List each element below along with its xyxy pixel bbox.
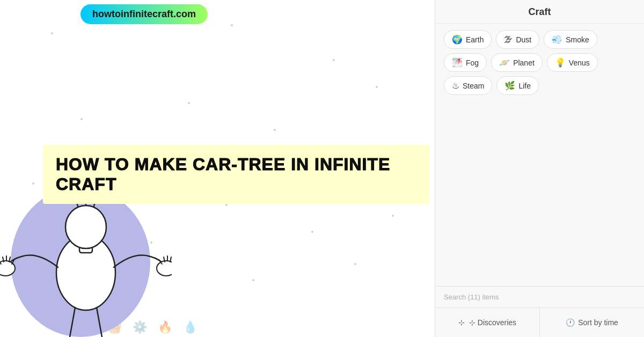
decoration-dot: [80, 118, 83, 120]
clock-icon: 🕐: [566, 318, 575, 327]
ingredients-grid: 🌍 Earth 🌫 Dust 💨 Smoke 🌁 Fog 🪐 Planet: [435, 24, 644, 101]
fog-icon: 🌁: [452, 57, 463, 68]
decoration-dot: [392, 215, 394, 217]
page-title: HOW TO MAKE CAR-TREE IN INFINITE CRAFT: [56, 155, 390, 194]
decoration-dot: [51, 32, 53, 34]
steam-icon: ♨: [452, 80, 459, 91]
decoration-dot: [333, 59, 335, 61]
discoveries-icon: ⊹: [458, 318, 465, 327]
life-label: Life: [518, 82, 531, 90]
ingredient-earth[interactable]: 🌍 Earth: [444, 30, 492, 49]
svg-line-18: [70, 307, 75, 337]
bottom-bar: ⊹ ⊹ Discoveries 🕐 Sort by time: [435, 307, 644, 337]
dust-label: Dust: [516, 35, 531, 44]
decoration-dot: [311, 231, 313, 233]
ingredient-fog[interactable]: 🌁 Fog: [444, 53, 487, 72]
earth-label: Earth: [466, 35, 484, 44]
planet-label: Planet: [513, 58, 535, 67]
ingredient-dust[interactable]: 🌫 Dust: [496, 30, 539, 49]
venus-icon: 💡: [555, 57, 566, 68]
ingredients-row-1: 🌍 Earth 🌫 Dust 💨 Smoke: [444, 30, 635, 49]
smoke-icon: 💨: [552, 34, 562, 45]
ingredient-smoke[interactable]: 💨 Smoke: [544, 30, 597, 49]
decoration-dot: [376, 86, 378, 88]
svg-point-2: [65, 206, 106, 248]
decoration-dot: [354, 263, 356, 265]
steam-label: Steam: [463, 82, 484, 90]
url-banner[interactable]: howtoinfinitecraft.com: [80, 4, 208, 24]
life-icon: 🌿: [504, 80, 515, 91]
discoveries-button[interactable]: ⊹ ⊹ Discoveries: [435, 308, 540, 337]
ingredient-steam[interactable]: ♨ Steam: [444, 76, 492, 95]
craft-header: Craft: [435, 0, 644, 24]
ingredient-life[interactable]: 🌿 Life: [496, 76, 539, 95]
sort-label: Sort by time: [578, 318, 618, 327]
decoration-dot: [274, 129, 276, 131]
craft-title: Craft: [528, 6, 551, 17]
decoration-dot: [188, 102, 190, 104]
sort-button[interactable]: 🕐 Sort by time: [540, 308, 644, 337]
ingredient-planet[interactable]: 🪐 Planet: [491, 53, 543, 72]
fog-label: Fog: [466, 58, 479, 67]
ingredients-row-2: 🌁 Fog 🪐 Planet 💡 Venus: [444, 53, 635, 72]
venus-label: Venus: [569, 58, 590, 67]
smoke-label: Smoke: [566, 35, 589, 44]
ingredient-venus[interactable]: 💡 Venus: [547, 53, 598, 72]
discoveries-label: ⊹ Discoveries: [469, 318, 516, 327]
search-hint-bar: Search (11) items: [435, 286, 644, 307]
svg-line-19: [97, 307, 102, 337]
search-placeholder-text: Search (11) items: [444, 293, 499, 301]
main-canvas: howtoinfinitecraft.com HOW TO MAKE CAR-T…: [0, 0, 435, 337]
planet-icon: 🪐: [499, 57, 510, 68]
right-panel: Craft 🌍 Earth 🌫 Dust 💨 Smoke 🌁 Fog: [435, 0, 644, 337]
dust-icon: 🌫: [504, 35, 513, 45]
url-text: howtoinfinitecraft.com: [92, 9, 196, 19]
title-block: HOW TO MAKE CAR-TREE IN INFINITE CRAFT: [43, 145, 429, 204]
decoration-dot: [252, 279, 254, 281]
decoration-dot: [225, 204, 228, 206]
svg-point-12: [157, 261, 172, 276]
decoration-dot: [231, 24, 233, 26]
ingredients-row-3: ♨ Steam 🌿 Life: [444, 76, 635, 95]
earth-icon: 🌍: [452, 34, 463, 45]
